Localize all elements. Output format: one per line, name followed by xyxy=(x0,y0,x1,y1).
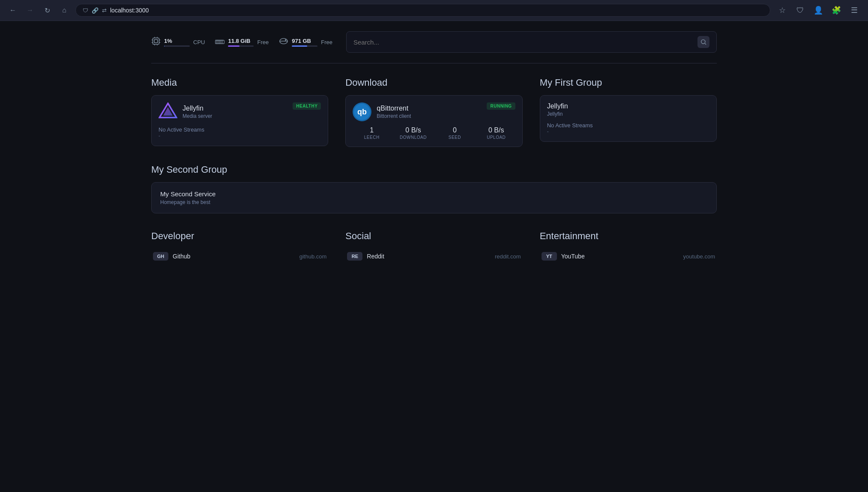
account-button[interactable]: 👤 xyxy=(811,3,825,17)
menu-button[interactable]: ☰ xyxy=(847,3,861,17)
svg-point-25 xyxy=(701,40,705,44)
memory-bar xyxy=(228,45,254,47)
search-button[interactable] xyxy=(697,36,709,48)
app-container: 1% CPU xyxy=(134,21,734,274)
download-speed-stat: 0 B/s DOWNLOAD xyxy=(394,126,432,140)
bookmarks-grid: Developer GH Github github.com Social RE… xyxy=(151,231,717,264)
svg-text:qb: qb xyxy=(357,108,367,116)
qbittorrent-header: qb qBittorrent Bittorrent client RUNNING xyxy=(353,102,515,121)
cpu-bar-container: 1% xyxy=(164,38,190,47)
search-input[interactable] xyxy=(353,39,693,46)
download-section-title: Download xyxy=(345,77,522,88)
back-button[interactable]: ← xyxy=(7,4,19,16)
social-title: Social xyxy=(345,231,522,242)
first-group-jellyfin-text: Jellyfin Jellyfin xyxy=(547,102,568,117)
jellyfin-name: Jellyfin xyxy=(183,105,212,112)
memory-bar-fill xyxy=(228,45,239,47)
jellyfin-streams: No Active Streams - xyxy=(159,126,321,139)
developer-bookmarks: Developer GH Github github.com xyxy=(151,231,328,264)
disk-label: Free xyxy=(321,39,332,45)
leech-stat: 1 LEECH xyxy=(353,126,391,140)
second-group-section: My Second Group My Second Service Homepa… xyxy=(151,164,717,213)
github-bookmark[interactable]: GH Github github.com xyxy=(151,249,328,264)
qbittorrent-status-badge: RUNNING xyxy=(487,102,515,110)
seed-label: SEED xyxy=(436,135,474,140)
bookmarks-section: Developer GH Github github.com Social RE… xyxy=(151,231,717,264)
first-group-streams-label: No Active Streams xyxy=(547,122,709,129)
streams-label: No Active Streams xyxy=(159,126,321,133)
media-section: Media xyxy=(151,77,328,147)
github-url: github.com xyxy=(299,253,327,260)
media-section-title: Media xyxy=(151,77,328,88)
youtube-abbr: YT xyxy=(542,252,557,261)
jellyfin-info: Jellyfin Media server xyxy=(159,102,212,121)
first-group-title: My First Group xyxy=(540,77,717,88)
first-group-jellyfin-name: Jellyfin xyxy=(547,102,568,110)
reddit-abbr: RE xyxy=(347,252,362,261)
disk-bar xyxy=(292,45,317,47)
memory-stat: 11.8 GiB Free xyxy=(215,37,269,47)
download-speed-label: DOWNLOAD xyxy=(394,135,432,140)
svg-point-24 xyxy=(285,39,286,40)
first-group-streams-value: - xyxy=(547,129,709,135)
extensions-button[interactable]: 🧩 xyxy=(829,3,843,17)
forward-button[interactable]: → xyxy=(24,4,36,16)
second-service-card[interactable]: My Second Service Homepage is the best xyxy=(151,182,717,213)
bookmark-button[interactable]: ☆ xyxy=(775,3,789,17)
entertainment-title: Entertainment xyxy=(540,231,717,242)
first-group-jellyfin-desc: Jellyfin xyxy=(547,111,568,117)
qbittorrent-name: qBittorrent xyxy=(377,105,411,112)
streams-value: - xyxy=(159,133,321,139)
first-group-streams: No Active Streams - xyxy=(547,122,709,135)
cpu-bar-fill xyxy=(164,45,165,47)
qbittorrent-logo: qb xyxy=(353,102,371,121)
disk-bar-fill xyxy=(292,45,307,47)
jellyfin-logo xyxy=(159,102,177,121)
memory-label: Free xyxy=(257,39,269,45)
memory-value: 11.8 GiB xyxy=(228,38,254,44)
memory-icon xyxy=(215,37,224,47)
seed-stat: 0 SEED xyxy=(436,126,474,140)
system-stats: 1% CPU xyxy=(151,36,332,48)
cpu-bar xyxy=(164,45,190,47)
upload-stat: 0 B/s UPLOAD xyxy=(477,126,515,140)
disk-bar-container: 971 GB xyxy=(292,38,317,47)
first-group-jellyfin-card[interactable]: Jellyfin Jellyfin No Active Streams - xyxy=(540,95,717,142)
leech-value: 1 xyxy=(353,126,391,134)
url-display: localhost:3000 xyxy=(110,7,149,14)
jellyfin-card[interactable]: Jellyfin Media server HEALTHY No Active … xyxy=(151,95,328,146)
browser-toolbar-icons: ☆ 🛡 👤 🧩 ☰ xyxy=(775,3,861,17)
svg-rect-0 xyxy=(153,38,159,44)
leech-label: LEECH xyxy=(353,135,391,140)
youtube-name: YouTube xyxy=(561,253,679,260)
upload-value: 0 B/s xyxy=(477,126,515,134)
download-section: Download qb qBittorrent Bittorrent clien… xyxy=(345,77,522,147)
social-bookmarks: Social RE Reddit reddit.com xyxy=(345,231,522,264)
svg-rect-1 xyxy=(154,39,157,42)
entertainment-bookmarks: Entertainment YT YouTube youtube.com xyxy=(540,231,717,264)
refresh-button[interactable]: ↻ xyxy=(41,4,53,16)
search-bar[interactable] xyxy=(346,31,717,53)
first-group-section: My First Group Jellyfin Jellyfin No Acti… xyxy=(540,77,717,147)
reddit-bookmark[interactable]: RE Reddit reddit.com xyxy=(345,249,522,264)
main-sections: Media xyxy=(151,77,717,147)
download-speed-value: 0 B/s xyxy=(394,126,432,134)
youtube-url: youtube.com xyxy=(683,253,715,260)
youtube-bookmark[interactable]: YT YouTube youtube.com xyxy=(540,249,717,264)
address-bar[interactable]: 🛡 🔗 ⇄ localhost:3000 xyxy=(75,4,770,17)
qbittorrent-info: qb qBittorrent Bittorrent client xyxy=(353,102,411,121)
cpu-stat: 1% CPU xyxy=(151,36,205,48)
second-group-title: My Second Group xyxy=(151,164,717,175)
section-divider xyxy=(151,63,717,63)
jellyfin-header: Jellyfin Media server HEALTHY xyxy=(159,102,321,121)
pocket-button[interactable]: 🛡 xyxy=(793,3,807,17)
first-group-jellyfin-info: Jellyfin Jellyfin xyxy=(547,102,568,117)
qbittorrent-desc: Bittorrent client xyxy=(377,113,411,119)
cpu-icon xyxy=(151,36,161,48)
qbittorrent-card[interactable]: qb qBittorrent Bittorrent client RUNNING… xyxy=(345,95,522,147)
first-group-jellyfin-header: Jellyfin Jellyfin xyxy=(547,102,709,117)
developer-title: Developer xyxy=(151,231,328,242)
top-bar: 1% CPU xyxy=(151,31,717,53)
github-name: Github xyxy=(173,253,295,260)
home-button[interactable]: ⌂ xyxy=(58,4,70,16)
